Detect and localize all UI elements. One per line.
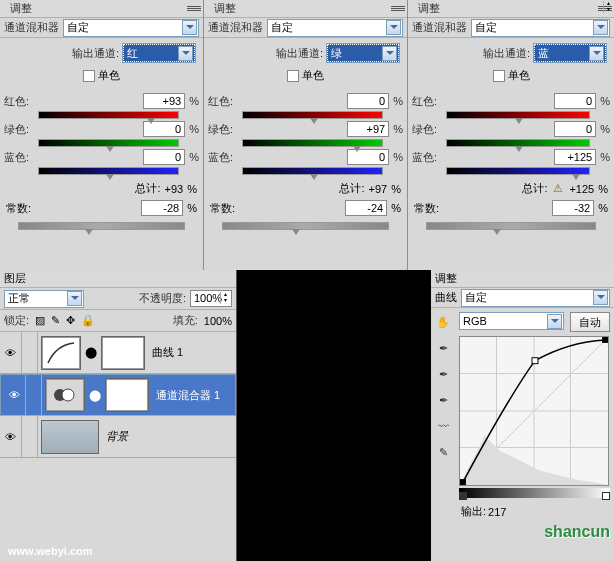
red-value-input[interactable]: 0 xyxy=(554,93,596,109)
panel-menu-icon[interactable] xyxy=(391,3,405,15)
red-slider[interactable] xyxy=(242,111,383,119)
red-slider[interactable] xyxy=(446,111,590,119)
input-gradient[interactable] xyxy=(459,488,610,498)
layer-row-curves[interactable]: 👁 ⬤ 曲线 1 xyxy=(0,332,236,374)
monochrome-label: 单色 xyxy=(98,68,120,83)
hand-tool-icon[interactable]: ✋ xyxy=(435,314,451,330)
curves-tools: ✋ ✒ ✒ ✒ 〰 ✎ xyxy=(431,308,455,561)
opacity-input[interactable]: 100%▴▾ xyxy=(190,290,232,307)
preset-select[interactable]: 自定 xyxy=(267,19,403,37)
blue-label: 蓝色: xyxy=(208,150,238,165)
link-icon[interactable]: ⬤ xyxy=(88,389,102,402)
channel-mixer-panel-red: 调整 通道混和器 自定 输出通道: 红 单色 红色:+93% 绿色:0% 蓝色:… xyxy=(0,0,204,270)
percent-label: % xyxy=(391,183,401,195)
layer-name[interactable]: 通道混合器 1 xyxy=(156,388,220,403)
constant-slider[interactable] xyxy=(18,222,185,230)
panel-menu-icon[interactable] xyxy=(187,3,201,15)
pencil-icon[interactable]: ✎ xyxy=(435,444,451,460)
eyedropper-black-icon[interactable]: ✒ xyxy=(435,340,451,356)
output-label: 输出通道: xyxy=(72,46,119,61)
output-channel-select[interactable]: 红 xyxy=(123,44,195,62)
preset-select[interactable]: 自定 xyxy=(461,289,610,307)
preset-select[interactable]: 自定 xyxy=(471,19,610,37)
chevron-down-icon xyxy=(593,20,608,35)
panel-header: 图层 xyxy=(0,270,236,288)
monochrome-checkbox[interactable] xyxy=(493,70,505,82)
eyedropper-white-icon[interactable]: ✒ xyxy=(435,392,451,408)
blue-value-input[interactable]: 0 xyxy=(143,149,185,165)
blue-label: 蓝色: xyxy=(4,150,34,165)
channel-select[interactable]: RGB xyxy=(459,312,564,330)
red-slider[interactable] xyxy=(38,111,179,119)
constant-input[interactable]: -24 xyxy=(345,200,387,216)
svg-rect-12 xyxy=(602,337,608,343)
green-slider[interactable] xyxy=(446,139,590,147)
channel-mixer-panel-green: 调整 通道混和器自定 输出通道:绿 单色 红色:0% 绿色:+97% 蓝色:0%… xyxy=(204,0,408,270)
output-channel-select[interactable]: 蓝 xyxy=(534,44,606,62)
percent-label: % xyxy=(393,123,403,135)
tab-adjustments[interactable]: 调整 xyxy=(412,0,446,17)
mixer-label: 通道混和器 xyxy=(208,20,263,35)
lock-brush-icon[interactable]: ✎ xyxy=(51,314,60,327)
blue-slider[interactable] xyxy=(38,167,179,175)
url-watermark: www.webyi.com xyxy=(8,545,93,557)
lock-transparency-icon[interactable]: ▨ xyxy=(35,314,45,327)
constant-slider[interactable] xyxy=(222,222,389,230)
layer-row-background[interactable]: 👁 背景 xyxy=(0,416,236,458)
green-slider-row: 绿色:0% xyxy=(0,119,203,147)
green-slider[interactable] xyxy=(242,139,383,147)
tab-adjustments[interactable]: 调整 xyxy=(208,0,242,17)
tab-layers[interactable]: 图层 xyxy=(4,271,26,286)
constant-input[interactable]: -32 xyxy=(552,200,594,216)
percent-label: % xyxy=(598,202,608,214)
output-value: 217 xyxy=(488,506,506,518)
lock-all-icon[interactable]: 🔒 xyxy=(81,314,95,327)
preset-select[interactable]: 自定 xyxy=(63,19,199,37)
auto-button[interactable]: 自动 xyxy=(570,312,610,332)
chevron-down-icon xyxy=(593,290,608,305)
layer-name[interactable]: 背景 xyxy=(106,429,128,444)
green-slider[interactable] xyxy=(38,139,179,147)
layer-row-channel-mixer[interactable]: 👁 ⬤ 通道混合器 1 xyxy=(0,374,236,416)
layers-panel: 图层 正常 不透明度: 100%▴▾ 锁定: ▨ ✎ ✥ 🔒 填充: 100%▴… xyxy=(0,270,237,561)
visibility-icon[interactable]: 👁 xyxy=(4,375,26,415)
output-label: 输出通道: xyxy=(483,46,530,61)
red-label: 红色: xyxy=(4,94,34,109)
blue-slider[interactable] xyxy=(446,167,590,175)
output-channel-select[interactable]: 绿 xyxy=(327,44,399,62)
green-value-input[interactable]: +97 xyxy=(347,121,389,137)
blue-value-input[interactable]: +125 xyxy=(554,149,596,165)
visibility-icon[interactable]: 👁 xyxy=(0,332,22,373)
curve-edit-icon[interactable]: 〰 xyxy=(435,418,451,434)
fill-label: 填充: xyxy=(173,313,198,328)
blend-mode-select[interactable]: 正常 xyxy=(4,290,84,308)
mixer-label: 通道混和器 xyxy=(4,20,59,35)
fill-input[interactable]: 100%▴▾ xyxy=(204,315,232,327)
total-value: +97 xyxy=(369,183,388,195)
link-icon[interactable]: ⬤ xyxy=(84,346,98,359)
percent-label: % xyxy=(187,183,197,195)
red-value-input[interactable]: 0 xyxy=(347,93,389,109)
percent-label: % xyxy=(600,123,610,135)
tab-adjustments[interactable]: 调整 xyxy=(435,271,457,286)
lock-move-icon[interactable]: ✥ xyxy=(66,314,75,327)
constant-slider[interactable] xyxy=(426,222,596,230)
monochrome-checkbox[interactable] xyxy=(287,70,299,82)
visibility-icon[interactable]: 👁 xyxy=(0,416,22,457)
constant-input[interactable]: -28 xyxy=(141,200,183,216)
panel-header: 调整 xyxy=(204,0,407,18)
percent-label: % xyxy=(598,183,608,195)
monochrome-label: 单色 xyxy=(302,68,324,83)
tab-adjustments[interactable]: 调整 xyxy=(4,0,38,17)
red-value-input[interactable]: +93 xyxy=(143,93,185,109)
total-label: 总计: xyxy=(522,181,547,196)
watermark-logo: shancun xyxy=(544,523,610,541)
blue-slider[interactable] xyxy=(242,167,383,175)
monochrome-checkbox[interactable] xyxy=(83,70,95,82)
layer-name[interactable]: 曲线 1 xyxy=(152,345,183,360)
green-label: 绿色: xyxy=(4,122,34,137)
green-value-input[interactable]: 0 xyxy=(554,121,596,137)
chevron-down-icon xyxy=(178,46,193,61)
eyedropper-gray-icon[interactable]: ✒ xyxy=(435,366,451,382)
curve-graph[interactable] xyxy=(459,336,609,486)
